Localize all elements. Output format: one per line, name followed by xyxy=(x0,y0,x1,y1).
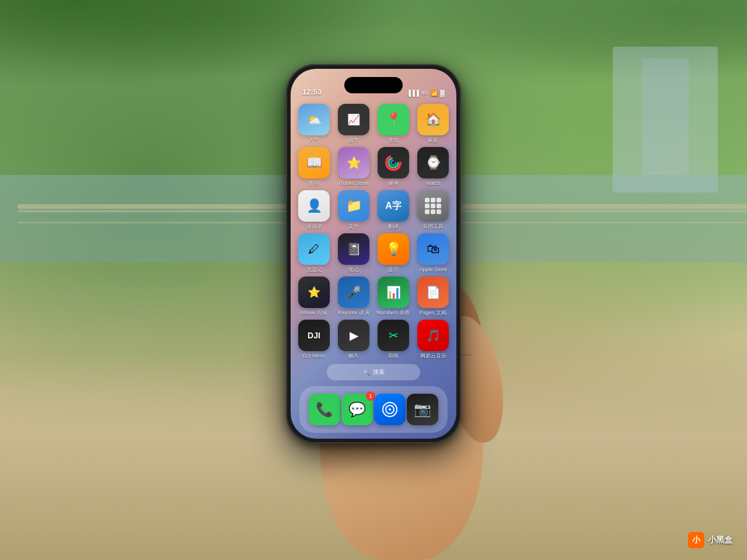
app-contacts-icon[interactable]: 👤 xyxy=(298,190,330,222)
app-stocks[interactable]: 📈 股市 xyxy=(336,104,371,144)
iphone-screen: 12:53 ▐▐▐ 4G 📶 ▓ ⛅ 天气 xyxy=(291,69,456,439)
app-utilities[interactable]: 实用工具 xyxy=(416,190,451,230)
background-building2 xyxy=(642,58,689,175)
app-grid-row2: 📖 图书 ⭐ iTunes Store xyxy=(295,146,452,188)
app-notes[interactable]: 📓 笔记 xyxy=(336,233,371,273)
app-pages[interactable]: 📄 Pages 文稿 xyxy=(416,276,451,316)
app-home-label: 家庭 xyxy=(428,137,438,144)
watermark-logo-icon: 小 xyxy=(692,535,700,545)
svg-point-1 xyxy=(389,158,398,167)
status-time: 12:53 xyxy=(302,88,322,96)
app-grid-row5: ⭐ iMovie 剪辑 🎤 Keynote 讲演 📊 Numbers xyxy=(295,275,452,317)
app-grid-row3: 👤 通讯录 📁 文件 A字 翻译 xyxy=(295,189,452,231)
app-jianying-label: 剪映 xyxy=(388,353,399,359)
fitness-rings-svg xyxy=(384,153,403,172)
app-notes-icon[interactable]: 📓 xyxy=(338,233,369,265)
svg-point-2 xyxy=(391,160,396,165)
app-jianying-icon[interactable]: ✂ xyxy=(378,320,409,351)
utilities-grid xyxy=(423,195,444,216)
app-paoying[interactable]: ▶ 畅片 xyxy=(336,320,371,359)
app-watch-label: Watch xyxy=(425,180,440,187)
app-pages-icon[interactable]: 📄 xyxy=(417,276,449,308)
dock-phone-icon[interactable]: 📞 xyxy=(309,394,340,425)
app-translate[interactable]: A字 翻译 xyxy=(376,190,411,230)
app-appstore[interactable]: 🛍 Apple Store xyxy=(416,233,451,273)
app-grid-row6: DJI DJI Mimo ▶ 畅片 ✂ 剪映 xyxy=(295,318,452,360)
app-appstore-icon[interactable]: 🛍 xyxy=(417,233,449,265)
app-stocks-icon[interactable]: 📈 xyxy=(338,104,369,135)
app-dji[interactable]: DJI DJI Mimo xyxy=(296,320,331,359)
app-keynote-icon[interactable]: 🎤 xyxy=(338,276,369,308)
app-fitness-icon[interactable] xyxy=(378,147,409,178)
app-findmy[interactable]: 📍 查找 xyxy=(376,104,411,144)
app-imovie[interactable]: ⭐ iMovie 剪辑 xyxy=(296,276,331,316)
app-reminders[interactable]: 💡 提示 xyxy=(376,233,411,273)
app-netease[interactable]: 🎵 网易云音乐 xyxy=(416,320,451,359)
dock-focus[interactable] xyxy=(374,394,406,425)
watermark: 小 小黑盒 xyxy=(688,532,732,548)
dock-messages-icon[interactable]: 💬 1 xyxy=(341,394,373,425)
app-findmy-label: 查找 xyxy=(388,137,399,144)
app-numbers-label: Numbers 表格 xyxy=(376,310,410,316)
wifi-icon: 📶 xyxy=(431,90,438,96)
app-freeform[interactable]: 🖊 无边记 xyxy=(296,233,331,273)
app-findmy-icon[interactable]: 📍 xyxy=(378,104,409,135)
iphone-body: 12:53 ▐▐▐ 4G 📶 ▓ ⛅ 天气 xyxy=(286,64,461,443)
app-grid-row4: 🖊 无边记 📓 笔记 💡 提示 xyxy=(295,232,452,274)
app-dji-icon[interactable]: DJI xyxy=(298,320,330,351)
app-keynote[interactable]: 🎤 Keynote 讲演 xyxy=(336,276,371,316)
app-appstore-label: Apple Store xyxy=(419,267,446,273)
app-home[interactable]: 🏠 家庭 xyxy=(416,104,451,144)
search-bar[interactable]: 🔍 搜索 xyxy=(327,364,420,380)
app-numbers-icon[interactable]: 📊 xyxy=(378,276,409,308)
app-books-label: 图书 xyxy=(309,180,319,187)
dock-camera[interactable]: 📷 xyxy=(407,394,438,425)
app-keynote-label: Keynote 讲演 xyxy=(338,310,369,316)
battery-icon: ▓ xyxy=(440,89,445,96)
app-netease-icon[interactable]: 🎵 xyxy=(417,320,449,351)
app-watch-icon[interactable]: ⌚ xyxy=(417,147,449,178)
app-home-icon[interactable]: 🏠 xyxy=(417,104,449,135)
app-imovie-label: iMovie 剪辑 xyxy=(301,310,328,316)
app-jianying[interactable]: ✂ 剪映 xyxy=(376,320,411,359)
app-paoying-icon[interactable]: ▶ xyxy=(338,320,369,351)
app-books[interactable]: 📖 图书 xyxy=(296,147,331,187)
app-weather[interactable]: ⛅ 天气 xyxy=(296,104,331,144)
app-weather-icon[interactable]: ⛅ xyxy=(298,104,330,135)
app-files[interactable]: 📁 文件 xyxy=(336,190,371,230)
app-translate-label: 翻译 xyxy=(388,223,399,230)
app-reminders-icon[interactable]: 💡 xyxy=(378,233,409,265)
app-notes-label: 笔记 xyxy=(348,267,359,273)
app-freeform-icon[interactable]: 🖊 xyxy=(298,233,330,265)
focus-rings-svg xyxy=(381,401,399,418)
dock-focus-icon[interactable] xyxy=(374,394,406,425)
watermark-text: 小黑盒 xyxy=(708,535,732,545)
app-numbers[interactable]: 📊 Numbers 表格 xyxy=(376,276,411,316)
app-netease-label: 网易云音乐 xyxy=(420,353,446,359)
app-fitness-label: 健身 xyxy=(388,180,399,187)
app-fitness[interactable]: 健身 xyxy=(376,147,411,187)
dynamic-island xyxy=(344,77,403,93)
app-books-icon[interactable]: 📖 xyxy=(298,147,330,178)
app-files-label: 文件 xyxy=(348,223,359,230)
app-reminders-label: 提示 xyxy=(388,267,399,273)
search-placeholder: 搜索 xyxy=(373,368,385,376)
app-utilities-icon[interactable] xyxy=(417,190,449,222)
dock-phone[interactable]: 📞 xyxy=(309,394,340,425)
app-pages-label: Pages 文稿 xyxy=(420,310,446,316)
app-itunes[interactable]: ⭐ iTunes Store xyxy=(336,147,371,187)
status-icons: ▐▐▐ 4G 📶 ▓ xyxy=(407,89,445,96)
app-watch[interactable]: ⌚ Watch xyxy=(416,147,451,187)
dock-messages[interactable]: 💬 1 xyxy=(341,394,373,425)
app-files-icon[interactable]: 📁 xyxy=(338,190,369,222)
app-grid-row1: ⛅ 天气 📈 股市 📍 查找 xyxy=(295,103,452,145)
app-paoying-label: 畅片 xyxy=(348,353,359,359)
app-imovie-icon[interactable]: ⭐ xyxy=(298,276,330,308)
app-itunes-icon[interactable]: ⭐ xyxy=(338,147,369,178)
dock-camera-icon[interactable]: 📷 xyxy=(407,394,438,425)
app-translate-icon[interactable]: A字 xyxy=(378,190,409,222)
dock: 📞 💬 1 xyxy=(299,386,448,433)
app-dji-label: DJI Mimo xyxy=(303,353,325,359)
app-contacts[interactable]: 👤 通讯录 xyxy=(296,190,331,230)
app-utilities-label: 实用工具 xyxy=(423,223,444,230)
